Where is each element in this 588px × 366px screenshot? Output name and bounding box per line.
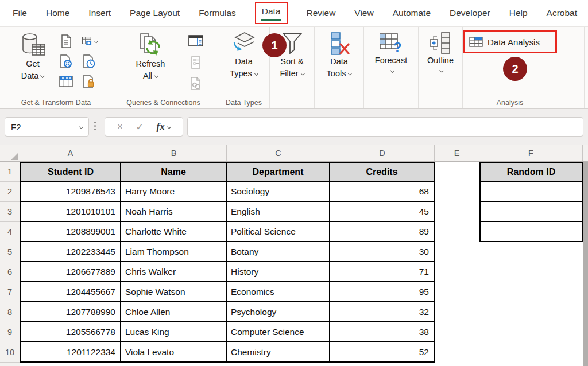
- row-header-6[interactable]: 6: [0, 262, 20, 282]
- cell-F4[interactable]: [479, 222, 583, 242]
- cell-B3[interactable]: Noah Harris: [121, 202, 227, 222]
- menu-tab-page-layout[interactable]: Page Layout: [130, 8, 180, 18]
- get-data-button[interactable]: Get Data: [9, 32, 56, 82]
- cell-D5[interactable]: 30: [330, 242, 435, 262]
- cell-E3[interactable]: [435, 202, 479, 222]
- row-header-4[interactable]: 4: [0, 222, 20, 242]
- cell-B6[interactable]: Chris Walker: [121, 262, 227, 282]
- menu-tab-view[interactable]: View: [354, 8, 373, 18]
- from-web-button[interactable]: [59, 54, 75, 69]
- name-box-splitter[interactable]: [94, 122, 96, 130]
- cell-B5[interactable]: Liam Thompson: [121, 242, 227, 262]
- column-header-B[interactable]: B: [121, 145, 227, 161]
- cell-F5[interactable]: [479, 242, 583, 262]
- cell-D4[interactable]: 89: [330, 222, 435, 242]
- row-header-2[interactable]: 2: [0, 182, 20, 202]
- data-analysis-button[interactable]: Data Analysis: [488, 37, 540, 47]
- column-header-E[interactable]: E: [435, 145, 479, 161]
- cell-A9[interactable]: 1205566778: [20, 322, 121, 342]
- cell-F2[interactable]: [479, 182, 583, 202]
- menu-tab-insert[interactable]: Insert: [88, 8, 111, 18]
- cell-D3[interactable]: 45: [330, 202, 435, 222]
- data-tools-button[interactable]: Data Tools: [315, 32, 363, 80]
- existing-connections-button[interactable]: [82, 74, 98, 89]
- cell-E1[interactable]: [435, 162, 479, 182]
- cell-D10[interactable]: 52: [330, 342, 435, 363]
- menu-tab-acrobat[interactable]: Acrobat: [547, 8, 577, 18]
- row-header-7[interactable]: 7: [0, 282, 20, 302]
- cell-A3[interactable]: 1201010101: [20, 202, 121, 222]
- cell-E9[interactable]: [435, 322, 479, 342]
- row-header-10[interactable]: 10: [0, 342, 20, 363]
- cell-A7[interactable]: 1204455667: [20, 282, 121, 302]
- cell-C3[interactable]: English: [227, 202, 330, 222]
- cell-A6[interactable]: 1206677889: [20, 262, 121, 282]
- cell-B4[interactable]: Charlotte White: [121, 222, 227, 242]
- select-all-corner[interactable]: [0, 145, 20, 161]
- cell-C5[interactable]: Botany: [227, 242, 330, 262]
- edit-links-button[interactable]: [188, 76, 204, 91]
- cell-C10[interactable]: Chemistry: [227, 342, 330, 363]
- cell-E2[interactable]: [435, 182, 479, 202]
- from-text-csv-button[interactable]: [59, 34, 75, 49]
- cell-E5[interactable]: [435, 242, 479, 262]
- cell-F1[interactable]: Random ID: [479, 162, 583, 182]
- cell-C4[interactable]: Political Science: [227, 222, 330, 242]
- formula-input[interactable]: [187, 117, 583, 137]
- cell-C7[interactable]: Economics: [227, 282, 330, 302]
- from-picture-button[interactable]: [82, 34, 98, 49]
- row-header-3[interactable]: 3: [0, 202, 20, 222]
- recent-sources-button[interactable]: [82, 54, 98, 69]
- cell-E7[interactable]: [435, 282, 479, 302]
- cell-F6[interactable]: [479, 262, 583, 282]
- forecast-button[interactable]: ? Forecast: [364, 32, 418, 75]
- cell-E8[interactable]: [435, 302, 479, 322]
- cell-C9[interactable]: Computer Science: [227, 322, 330, 342]
- menu-tab-file[interactable]: File: [13, 8, 27, 18]
- cell-C1[interactable]: Department: [227, 162, 330, 182]
- cell-F9[interactable]: [479, 322, 583, 342]
- cell-B9[interactable]: Lucas King: [121, 322, 227, 342]
- cell-A2[interactable]: 1209876543: [20, 182, 121, 202]
- row-header-9[interactable]: 9: [0, 322, 20, 342]
- column-header-A[interactable]: A: [20, 145, 121, 161]
- cell-A1[interactable]: Student ID: [20, 162, 121, 182]
- cell-F8[interactable]: [479, 302, 583, 322]
- row-header-8[interactable]: 8: [0, 302, 20, 322]
- cell-A4[interactable]: 1208899001: [20, 222, 121, 242]
- menu-tab-help[interactable]: Help: [509, 8, 528, 18]
- cell-B7[interactable]: Sophie Watson: [121, 282, 227, 302]
- cell-C6[interactable]: History: [227, 262, 330, 282]
- column-header-F[interactable]: F: [479, 145, 583, 161]
- cell-D6[interactable]: 71: [330, 262, 435, 282]
- cell-F7[interactable]: [479, 282, 583, 302]
- menu-tab-review[interactable]: Review: [307, 8, 336, 18]
- outline-button[interactable]: Outline: [419, 32, 462, 75]
- cell-F10[interactable]: [479, 342, 583, 363]
- cell-A10[interactable]: 1201122334: [20, 342, 121, 363]
- cell-B8[interactable]: Chloe Allen: [121, 302, 227, 322]
- cell-B1[interactable]: Name: [121, 162, 227, 182]
- column-header-C[interactable]: C: [227, 145, 330, 161]
- cell-E4[interactable]: [435, 222, 479, 242]
- cell-E10[interactable]: [435, 342, 479, 363]
- menu-tab-home[interactable]: Home: [46, 8, 69, 18]
- queries-connections-button[interactable]: [188, 34, 204, 49]
- enter-icon[interactable]: ✓: [136, 122, 143, 133]
- cell-B2[interactable]: Harry Moore: [121, 182, 227, 202]
- menu-tab-automate[interactable]: Automate: [393, 8, 431, 18]
- menu-tab-formulas[interactable]: Formulas: [199, 8, 236, 18]
- menu-tab-data[interactable]: Data: [255, 2, 288, 24]
- name-box[interactable]: F2: [5, 117, 89, 137]
- properties-button[interactable]: [188, 55, 204, 70]
- row-header-5[interactable]: 5: [0, 242, 20, 262]
- row-header-1[interactable]: 1: [0, 162, 20, 182]
- refresh-all-button[interactable]: Refresh All: [124, 32, 177, 82]
- cell-A5[interactable]: 1202233445: [20, 242, 121, 262]
- insert-function-button[interactable]: fx: [156, 121, 170, 133]
- cell-B10[interactable]: Viola Levato: [121, 342, 227, 363]
- cell-C8[interactable]: Psychology: [227, 302, 330, 322]
- cell-D9[interactable]: 38: [330, 322, 435, 342]
- cell-D7[interactable]: 95: [330, 282, 435, 302]
- cell-D2[interactable]: 68: [330, 182, 435, 202]
